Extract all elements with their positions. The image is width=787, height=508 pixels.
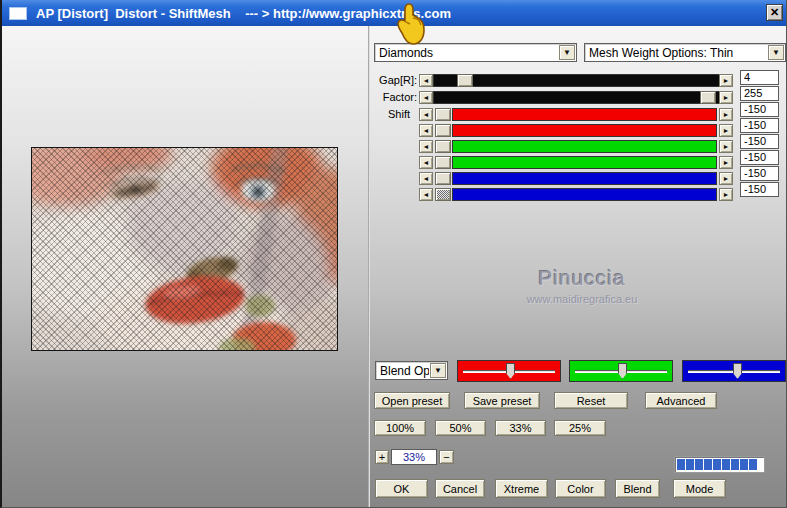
shift-value[interactable]: -150 <box>740 150 779 165</box>
slider-right-arrow-icon[interactable]: ► <box>719 108 733 121</box>
cancel-button[interactable]: Cancel <box>435 479 485 498</box>
zoom-in-button[interactable]: + <box>375 450 389 464</box>
slider-left-arrow-icon[interactable]: ◄ <box>419 140 433 153</box>
shift-slider-track[interactable] <box>452 140 717 153</box>
plugin-dialog: AP [Distort] Distort - ShiftMesh --- > h… <box>0 0 787 508</box>
shift-value[interactable]: -150 <box>740 182 779 197</box>
progress-segment <box>740 459 748 470</box>
blend-green-slider[interactable] <box>569 360 673 382</box>
window-title: AP [Distort] Distort - ShiftMesh --- > h… <box>36 6 451 21</box>
slider-left-arrow-icon[interactable]: ◄ <box>419 74 433 87</box>
save-preset-button[interactable]: Save preset <box>464 392 540 409</box>
slider-left-arrow-icon[interactable]: ◄ <box>419 91 433 104</box>
watermark-name: Pinuccia <box>462 266 702 290</box>
slider-left-arrow-icon[interactable]: ◄ <box>419 108 433 121</box>
slider-right-arrow-icon[interactable]: ► <box>719 91 733 104</box>
blend-green-thumb[interactable] <box>618 363 627 379</box>
gap-value[interactable]: 4 <box>740 70 779 85</box>
blend-options-value: Blend Opti <box>380 364 429 378</box>
blend-red-thumb[interactable] <box>506 363 515 379</box>
mesh-weight-dropdown[interactable]: Mesh Weight Options: Thin ▼ <box>584 43 786 62</box>
color-button[interactable]: Color <box>555 479 606 498</box>
gap-slider-track[interactable] <box>433 74 720 87</box>
diamond-mesh-overlay <box>32 148 337 350</box>
chevron-down-icon[interactable]: ▼ <box>768 45 784 60</box>
advanced-button[interactable]: Advanced <box>645 392 717 409</box>
shift-slider-blue-1[interactable]: ◄ ► <box>419 172 733 185</box>
slider-right-arrow-icon[interactable]: ► <box>719 188 733 201</box>
gap-label: Gap[R]: <box>362 74 417 87</box>
slider-left-arrow-icon[interactable]: ◄ <box>419 156 433 169</box>
slider-left-arrow-icon[interactable]: ◄ <box>419 172 433 185</box>
progress-segment <box>722 459 730 470</box>
watermark-url: www.maidiregrafica.eu <box>462 293 702 305</box>
blend-red-slider[interactable] <box>457 360 561 382</box>
gap-slider[interactable]: ◄ ► <box>419 74 733 87</box>
slider-left-arrow-icon[interactable]: ◄ <box>419 188 433 201</box>
image-preview[interactable] <box>31 147 338 351</box>
mode-button[interactable]: Mode <box>673 479 726 498</box>
open-preset-button[interactable]: Open preset <box>374 392 450 409</box>
gap-slider-thumb[interactable] <box>457 74 473 87</box>
slider-right-arrow-icon[interactable]: ► <box>719 140 733 153</box>
shift-label: Shift <box>355 108 410 121</box>
ok-button[interactable]: OK <box>375 479 428 498</box>
shift-slider-track[interactable] <box>452 108 717 121</box>
zoom-level-value[interactable]: 33% <box>391 449 437 465</box>
shift-slider-track[interactable] <box>452 172 717 185</box>
zoom-33-button[interactable]: 33% <box>495 420 546 436</box>
slider-right-arrow-icon[interactable]: ► <box>719 74 733 87</box>
progress-segment <box>731 459 739 470</box>
chevron-down-icon[interactable]: ▼ <box>430 363 446 378</box>
shift-slider-blue-2[interactable]: ◄ ► <box>419 188 733 201</box>
slider-right-arrow-icon[interactable]: ► <box>719 124 733 137</box>
pointing-hand-cursor <box>394 2 428 48</box>
progress-segment <box>695 459 703 470</box>
slider-left-arrow-icon[interactable]: ◄ <box>419 124 433 137</box>
zoom-100-button[interactable]: 100% <box>374 420 426 436</box>
shift-slider-red-1[interactable]: ◄ ► <box>419 108 733 121</box>
shift-slider-thumb[interactable] <box>435 124 451 137</box>
blend-options-dropdown[interactable]: Blend Opti ▼ <box>375 361 448 380</box>
shift-slider-green-2[interactable]: ◄ ► <box>419 156 733 169</box>
shift-slider-track[interactable] <box>452 156 717 169</box>
blend-blue-slider[interactable] <box>682 360 786 382</box>
reset-button[interactable]: Reset <box>554 392 628 409</box>
progress-segment <box>704 459 712 470</box>
progress-segment <box>686 459 694 470</box>
zoom-50-button[interactable]: 50% <box>435 420 486 436</box>
shift-slider-thumb[interactable] <box>435 140 451 153</box>
factor-value[interactable]: 255 <box>740 86 779 101</box>
close-button[interactable]: ✕ <box>766 4 783 21</box>
progress-bar <box>674 456 765 473</box>
shift-slider-thumb[interactable] <box>435 172 451 185</box>
progress-segment <box>713 459 721 470</box>
shift-slider-thumb[interactable] <box>435 156 451 169</box>
shift-slider-track[interactable] <box>452 188 717 201</box>
zoom-out-button[interactable]: − <box>439 450 454 464</box>
shift-slider-thumb-focused[interactable] <box>435 188 451 201</box>
watermark: Pinuccia www.maidiregrafica.eu <box>462 266 702 305</box>
slider-right-arrow-icon[interactable]: ► <box>719 172 733 185</box>
shape-dropdown-value: Diamonds <box>379 46 558 60</box>
blend-blue-thumb[interactable] <box>733 363 742 379</box>
shift-value[interactable]: -150 <box>740 134 779 149</box>
close-icon: ✕ <box>770 6 779 18</box>
mesh-weight-dropdown-value: Mesh Weight Options: Thin <box>589 46 767 60</box>
zoom-25-button[interactable]: 25% <box>554 420 606 436</box>
chevron-down-icon[interactable]: ▼ <box>559 45 575 60</box>
shift-slider-track[interactable] <box>452 124 717 137</box>
shift-value[interactable]: -150 <box>740 118 779 133</box>
shift-slider-thumb[interactable] <box>435 108 451 121</box>
shift-value[interactable]: -150 <box>740 102 779 117</box>
shift-value[interactable]: -150 <box>740 166 779 181</box>
shift-slider-green-1[interactable]: ◄ ► <box>419 140 733 153</box>
factor-slider-thumb[interactable] <box>700 91 716 104</box>
progress-segment <box>677 459 685 470</box>
factor-slider[interactable]: ◄ ► <box>419 91 733 104</box>
factor-slider-track[interactable] <box>433 91 720 104</box>
slider-right-arrow-icon[interactable]: ► <box>719 156 733 169</box>
blend-button[interactable]: Blend <box>615 479 660 498</box>
xtreme-button[interactable]: Xtreme <box>495 479 548 498</box>
shift-slider-red-2[interactable]: ◄ ► <box>419 124 733 137</box>
